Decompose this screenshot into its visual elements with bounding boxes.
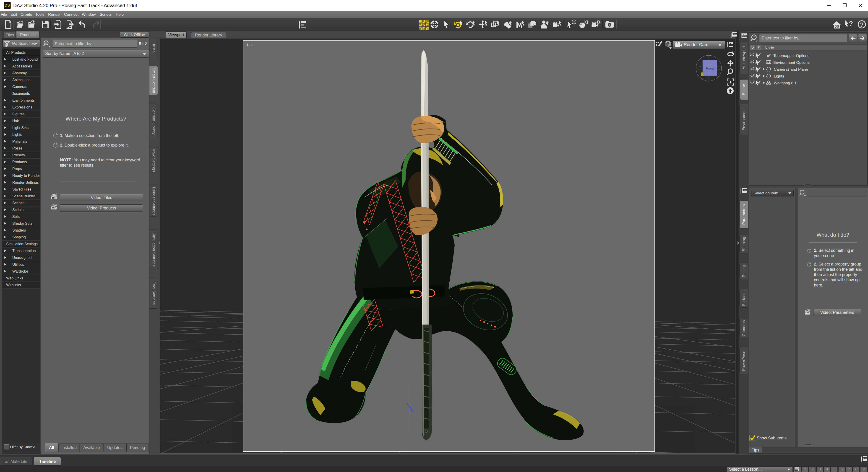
svg-text:Node: Node bbox=[765, 46, 774, 50]
svg-text:Cameras and Plane: Cameras and Plane bbox=[774, 67, 808, 72]
svg-text:Front: Front bbox=[706, 66, 714, 70]
svg-text:V: V bbox=[751, 46, 754, 50]
svg-text:Tonemapper Options: Tonemapper Options bbox=[773, 54, 809, 58]
svg-text:Wolfgang 8.1: Wolfgang 8.1 bbox=[774, 81, 797, 85]
svg-text:Environment Options: Environment Options bbox=[773, 60, 810, 65]
svg-text:1 : 1: 1 : 1 bbox=[246, 43, 253, 46]
svg-text:S: S bbox=[758, 46, 760, 50]
svg-text:Lights: Lights bbox=[774, 74, 784, 78]
svg-text:Top: Top bbox=[708, 63, 712, 66]
svg-text:Rig: Rig bbox=[708, 72, 712, 74]
